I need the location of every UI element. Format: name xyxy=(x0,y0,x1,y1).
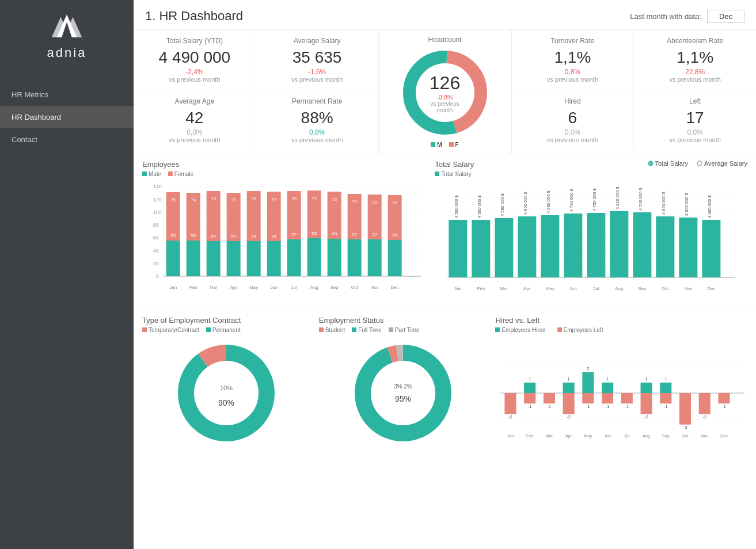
sidebar-item-hr-dashboard[interactable]: HR Dashboard xyxy=(0,106,134,128)
kpi-total-salary: Total Salary (YTD) 4 490 000 -2,4% vs pr… xyxy=(134,30,256,90)
kpi-avg-age-label: Average Age xyxy=(142,97,247,105)
svg-point-80 xyxy=(697,161,702,166)
svg-text:54: 54 xyxy=(211,234,216,239)
svg-rect-33 xyxy=(227,241,241,276)
svg-text:78: 78 xyxy=(251,196,256,201)
svg-text:4 760 000 $: 4 760 000 $ xyxy=(639,188,644,211)
page-title: 1. HR Dashboard xyxy=(145,9,243,24)
kpi-avg-salary-change: -1,6% xyxy=(265,68,370,76)
legend-male-emp: Male xyxy=(142,171,161,177)
svg-text:73: 73 xyxy=(332,197,337,202)
kpi-left-value: 17 xyxy=(643,109,747,127)
svg-rect-152 xyxy=(583,393,594,403)
svg-text:70: 70 xyxy=(392,200,397,205)
kpi-permanent-rate: Permanent Rate 88% 0,8% vs previous mont… xyxy=(256,90,378,150)
svg-text:80: 80 xyxy=(153,222,159,228)
kpi-perm-rate-sub: vs previous month xyxy=(265,136,370,143)
sidebar-item-contact[interactable]: Contact xyxy=(0,128,134,151)
kpi-hired-value: 6 xyxy=(521,109,625,127)
kpi-avg-age-sub: vs previous month xyxy=(142,136,247,143)
svg-rect-18 xyxy=(166,241,180,276)
svg-text:95%: 95% xyxy=(395,394,411,403)
svg-text:10%: 10% xyxy=(220,384,233,391)
svg-rect-157 xyxy=(602,393,613,403)
kpi-total-salary-value: 4 490 000 xyxy=(142,48,247,67)
kpi-turnover-value: 1,1% xyxy=(521,48,625,67)
svg-text:Jan: Jan xyxy=(454,286,462,291)
kpi-left-sub: vs previous month xyxy=(643,136,747,143)
total-salary-legend: Total Salary xyxy=(435,171,474,177)
svg-rect-63 xyxy=(348,239,362,276)
svg-text:1: 1 xyxy=(665,376,667,382)
svg-text:4 500 000 $: 4 500 000 $ xyxy=(477,195,483,218)
main-content: 1. HR Dashboard Last month with data: De… xyxy=(134,0,756,549)
kpi-total-salary-sub: vs previous month xyxy=(142,76,247,83)
kpi-perm-rate-value: 88% xyxy=(265,109,370,127)
radio-avg-salary[interactable]: Average Salary xyxy=(697,160,747,167)
svg-text:59: 59 xyxy=(311,231,317,236)
last-month-info: Last month with data: Dec xyxy=(630,10,744,23)
svg-rect-138 xyxy=(525,383,536,393)
kpi-perm-rate-label: Permanent Rate xyxy=(265,97,370,105)
svg-text:-1: -1 xyxy=(664,404,667,409)
last-month-value: Dec xyxy=(707,10,744,23)
contract-legend: Temporary/Contract Permanent xyxy=(142,327,310,333)
svg-rect-143 xyxy=(544,393,555,403)
svg-text:-1: -1 xyxy=(548,404,551,409)
hired-left-title: Hired vs. Left xyxy=(495,316,747,325)
kpi-avg-salary-sub: vs previous month xyxy=(265,76,370,83)
headcount-block: Headcount 126 -0,8% vs previous month M … xyxy=(379,30,511,154)
svg-rect-99 xyxy=(541,215,560,277)
svg-text:4 580 000 $: 4 580 000 $ xyxy=(500,193,506,216)
svg-rect-93 xyxy=(495,218,514,277)
svg-text:Apr: Apr xyxy=(230,285,237,290)
svg-point-79 xyxy=(649,162,652,165)
total-salary-title: Total Salary xyxy=(435,160,474,169)
contract-chart-block: Type of Employment Contract Temporary/Co… xyxy=(142,316,310,453)
salary-radio-group: Total Salary Average Salary xyxy=(648,160,748,167)
kpi-turnover-label: Turnover Rate xyxy=(521,37,625,45)
svg-text:54: 54 xyxy=(271,234,276,239)
svg-text:Nov: Nov xyxy=(701,433,709,439)
svg-text:77: 77 xyxy=(271,197,276,202)
svg-text:-2: -2 xyxy=(645,414,648,420)
kpi-hired: Hired 6 0,0% vs previous month xyxy=(512,90,635,150)
svg-rect-28 xyxy=(207,241,221,276)
svg-text:Jun: Jun xyxy=(605,433,611,439)
svg-text:Feb: Feb xyxy=(477,286,485,291)
svg-rect-180 xyxy=(719,393,730,403)
legend-left: Employees Left xyxy=(557,327,603,333)
svg-text:Sep: Sep xyxy=(639,286,647,291)
svg-rect-58 xyxy=(328,239,341,276)
svg-text:Jul: Jul xyxy=(291,285,297,290)
svg-text:May: May xyxy=(249,285,258,290)
svg-text:-3: -3 xyxy=(683,425,687,430)
svg-text:Nov: Nov xyxy=(685,286,693,291)
svg-rect-147 xyxy=(563,393,575,414)
svg-text:Jul: Jul xyxy=(594,286,599,291)
svg-text:Sep: Sep xyxy=(662,433,670,439)
svg-text:Nov: Nov xyxy=(371,285,379,290)
logo-icon xyxy=(47,12,87,40)
employment-status-donut: 3% 2% 95% xyxy=(351,341,455,445)
svg-point-123 xyxy=(186,353,267,433)
sidebar-item-hr-metrics[interactable]: HR Metrics xyxy=(0,83,134,106)
svg-text:20: 20 xyxy=(153,261,159,266)
svg-rect-48 xyxy=(287,239,301,276)
svg-text:1: 1 xyxy=(606,376,609,382)
svg-text:55: 55 xyxy=(170,233,176,238)
svg-rect-23 xyxy=(187,241,200,276)
legend-hired: Employees Hired xyxy=(495,327,545,333)
employees-chart-title: Employees xyxy=(142,160,426,169)
employees-chart-block: Employees Male Female 140 120 100 80 60 … xyxy=(142,160,426,304)
kpi-left: Left 17 0,0% vs previous month xyxy=(634,90,756,150)
total-salary-chart-block: Total Salary Total Salary Total Salary A… xyxy=(435,160,747,304)
radio-total-salary[interactable]: Total Salary xyxy=(648,160,688,167)
svg-rect-164 xyxy=(641,383,652,393)
employment-status-block: Employment Status Student Full Time Part… xyxy=(319,316,487,453)
svg-text:57: 57 xyxy=(372,232,377,237)
svg-text:Mar: Mar xyxy=(546,433,553,439)
svg-text:70: 70 xyxy=(372,200,377,205)
svg-rect-114 xyxy=(656,216,675,277)
kpi-turnover-rate: Turnover Rate 1,1% 0,8% vs previous mont… xyxy=(512,30,635,90)
